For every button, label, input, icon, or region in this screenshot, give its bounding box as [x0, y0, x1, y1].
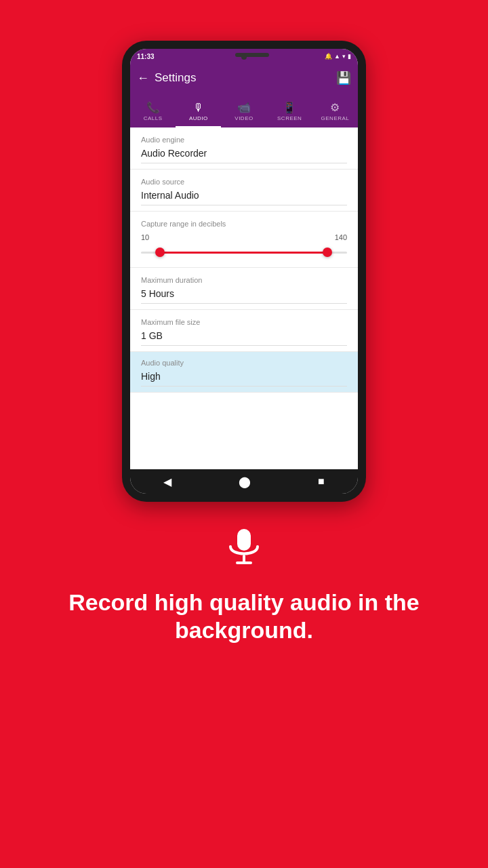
nav-home-button[interactable]: ⬤	[239, 475, 251, 488]
slider-fill	[157, 252, 326, 254]
max-duration-value[interactable]: 5 Hours	[141, 288, 347, 304]
audio-engine-value[interactable]: Audio Recorder	[141, 148, 347, 163]
audio-icon: 🎙	[193, 102, 204, 114]
slider-min-label: 10	[141, 233, 149, 241]
screen-icon: 📱	[283, 101, 296, 114]
nav-bar: ◀ ⬤ ■	[130, 469, 358, 494]
tab-screen-label: SCREEN	[277, 115, 302, 121]
promo-section: Record high quality audio in the backgro…	[0, 502, 488, 868]
general-icon: ⚙	[330, 101, 340, 114]
slider-thumb-left[interactable]	[155, 248, 165, 257]
video-icon: 📹	[237, 101, 251, 114]
phone-frame: 11:33 🔔 ▲ ▾ ▮ ← Settings 💾 📞 CALLS 🎙 AUD…	[122, 41, 366, 502]
max-duration-label: Maximum duration	[141, 276, 347, 284]
max-filesize-label: Maximum file size	[141, 318, 347, 326]
slider-max-label: 140	[335, 233, 347, 241]
audio-source-value[interactable]: Internal Audio	[141, 190, 347, 205]
tab-video[interactable]: 📹 VIDEO	[221, 92, 266, 127]
max-filesize-value[interactable]: 1 GB	[141, 330, 347, 346]
tab-bar: 📞 CALLS 🎙 AUDIO 📹 VIDEO 📱 SCREEN ⚙ GENER…	[130, 92, 358, 127]
nav-back-button[interactable]: ◀	[163, 475, 171, 488]
audio-quality-label: Audio quality	[141, 359, 347, 367]
slider-range-labels: 10 140	[141, 233, 347, 241]
max-duration-section: Maximum duration 5 Hours	[130, 268, 358, 310]
content-area[interactable]: Audio engine Audio Recorder Audio source…	[130, 127, 358, 469]
svg-rect-0	[237, 529, 251, 551]
tab-general[interactable]: ⚙ GENERAL	[312, 92, 358, 127]
tab-audio-label: AUDIO	[189, 115, 208, 121]
nav-recent-button[interactable]: ■	[318, 475, 325, 488]
audio-engine-label: Audio engine	[141, 136, 347, 144]
phone-speaker	[235, 53, 269, 57]
phone-screen: 11:33 🔔 ▲ ▾ ▮ ← Settings 💾 📞 CALLS 🎙 AUD…	[130, 49, 358, 494]
tab-general-label: GENERAL	[321, 115, 350, 121]
slider-track-container[interactable]	[141, 244, 347, 260]
max-filesize-section: Maximum file size 1 GB	[130, 310, 358, 352]
capture-range-label: Capture range in decibels	[141, 220, 347, 228]
audio-quality-section[interactable]: Audio quality High	[130, 352, 358, 393]
app-bar: ← Settings 💾	[130, 64, 358, 92]
slider-track	[141, 252, 347, 254]
audio-quality-value[interactable]: High	[141, 371, 347, 387]
battery-icon: ▮	[348, 53, 351, 60]
audio-engine-section: Audio engine Audio Recorder	[130, 127, 358, 170]
mic-icon	[222, 526, 266, 570]
wifi-icon: ▾	[342, 53, 346, 60]
promo-text: Record high quality audio in the backgro…	[0, 589, 488, 644]
tab-audio[interactable]: 🎙 AUDIO	[176, 92, 221, 127]
page-title: Settings	[155, 71, 336, 85]
tab-calls[interactable]: 📞 CALLS	[130, 92, 176, 127]
back-button[interactable]: ←	[137, 71, 149, 85]
status-icons: 🔔 ▲ ▾ ▮	[325, 53, 351, 60]
save-button[interactable]: 💾	[336, 71, 351, 85]
audio-source-section: Audio source Internal Audio	[130, 170, 358, 212]
calls-icon: 📞	[146, 101, 160, 114]
status-time: 11:33	[137, 53, 155, 60]
tab-screen[interactable]: 📱 SCREEN	[267, 92, 312, 127]
tab-video-label: VIDEO	[235, 115, 253, 121]
signal-icon: ▲	[334, 53, 340, 60]
mic-icon-container	[222, 526, 266, 572]
tab-calls-label: CALLS	[144, 115, 163, 121]
capture-range-section: Capture range in decibels 10 140	[130, 212, 358, 268]
audio-source-label: Audio source	[141, 178, 347, 186]
slider-thumb-right[interactable]	[323, 248, 332, 257]
notification-icon: 🔔	[325, 53, 332, 60]
phone-camera	[241, 54, 247, 60]
